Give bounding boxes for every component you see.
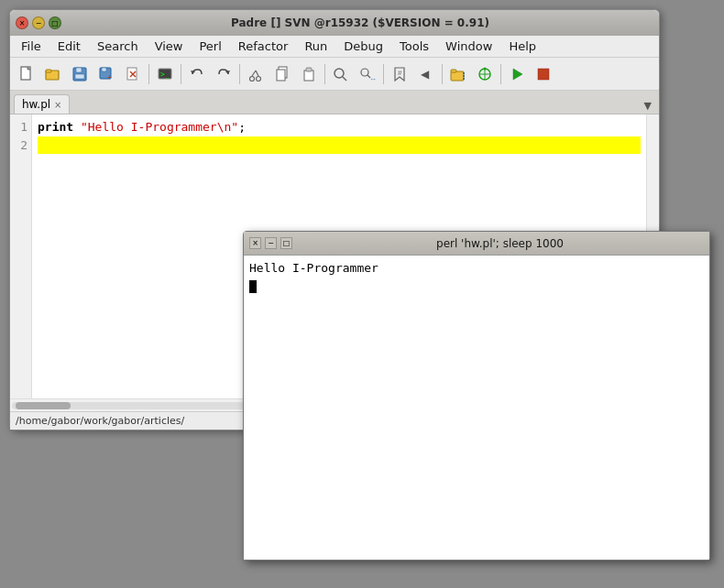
save-as-button[interactable]: +: [93, 61, 119, 87]
separator-4: [324, 64, 325, 84]
redo-button[interactable]: [211, 61, 236, 87]
terminal-line-1: Hello I-Programmer: [249, 259, 704, 278]
menu-search[interactable]: Search: [90, 38, 146, 55]
svg-rect-5: [76, 68, 82, 72]
file-path: /home/gabor/work/gabor/articles/: [16, 415, 184, 427]
terminal-cursor: [249, 280, 257, 293]
run-button[interactable]: [504, 61, 530, 87]
separator-3: [239, 64, 240, 84]
svg-rect-34: [451, 70, 456, 72]
terminal-minimize-button[interactable]: −: [265, 237, 277, 249]
save-button[interactable]: [67, 61, 93, 87]
string-literal: "Hello I-Programmer\n": [81, 120, 238, 134]
find-replace-button[interactable]: ↔: [355, 61, 380, 87]
tab-dropdown[interactable]: ▼: [641, 98, 655, 114]
line-numbers: 1 2: [10, 114, 32, 398]
svg-rect-23: [304, 71, 313, 81]
maximize-button[interactable]: □: [49, 16, 61, 29]
svg-text:>_: >_: [160, 71, 170, 79]
window-controls: × − □: [16, 16, 61, 29]
svg-point-41: [484, 67, 487, 70]
menu-edit[interactable]: Edit: [50, 38, 88, 55]
paste-button[interactable]: [296, 61, 322, 87]
line-number-1: 1: [14, 118, 27, 136]
separator-1: [148, 64, 149, 84]
menu-debug[interactable]: Debug: [336, 38, 390, 55]
open-file-button[interactable]: [40, 61, 66, 87]
svg-point-17: [250, 76, 255, 81]
svg-text:◀: ◀: [421, 68, 430, 81]
menu-perl[interactable]: Perl: [192, 38, 228, 55]
separator-7: [500, 64, 501, 84]
cut-button[interactable]: [243, 61, 269, 87]
terminal-window: × − □ perl 'hw.pl'; sleep 1000 Hello I-P…: [243, 231, 710, 561]
terminal-maximize-button[interactable]: □: [280, 237, 292, 249]
svg-rect-24: [306, 68, 312, 71]
terminal-button[interactable]: >_: [152, 61, 178, 87]
open-dir-button[interactable]: [445, 61, 471, 87]
menu-bar: File Edit Search View Perl Refactor Run …: [10, 36, 659, 58]
separator-2: [181, 64, 181, 84]
terminal-content: Hello I-Programmer: [244, 256, 709, 560]
svg-rect-8: [102, 68, 106, 71]
svg-rect-3: [46, 70, 51, 72]
svg-line-19: [252, 71, 256, 76]
tab-close-icon[interactable]: ×: [54, 100, 61, 110]
menu-tools[interactable]: Tools: [392, 38, 436, 55]
svg-text:+: +: [107, 73, 112, 82]
svg-text:#: #: [398, 69, 402, 77]
keyword-print: print: [38, 120, 73, 134]
tab-bar: hw.pl × ▼: [10, 91, 659, 114]
stop-button[interactable]: [531, 61, 556, 87]
tab-hw-pl[interactable]: hw.pl ×: [14, 94, 70, 114]
terminal-title: perl 'hw.pl'; sleep 1000: [296, 237, 704, 250]
svg-line-26: [343, 77, 346, 81]
code-line-1: print "Hello I-Programmer\n";: [38, 118, 641, 136]
code-line-2: [38, 136, 641, 155]
svg-point-18: [257, 76, 261, 81]
close-button[interactable]: ×: [16, 16, 28, 29]
separator-6: [442, 64, 443, 84]
svg-rect-22: [277, 70, 285, 81]
separator-5: [383, 64, 384, 84]
bookmark-button[interactable]: #: [387, 61, 412, 87]
svg-text:↔: ↔: [369, 75, 376, 82]
terminal-close-button[interactable]: ×: [249, 237, 261, 249]
terminal-line-2: [249, 278, 704, 296]
window-title: Padre [] SVN @r15932 ($VERSION = 0.91): [67, 16, 653, 29]
line-number-2: 2: [14, 136, 27, 155]
terminal-title-bar: × − □ perl 'hw.pl'; sleep 1000: [244, 232, 709, 256]
toolbar: + >_: [10, 58, 659, 91]
svg-rect-6: [75, 74, 84, 79]
close-file-button[interactable]: [120, 61, 146, 87]
menu-run[interactable]: Run: [297, 38, 335, 55]
menu-window[interactable]: Window: [438, 38, 499, 55]
svg-point-27: [361, 69, 368, 76]
menu-file[interactable]: File: [14, 38, 49, 55]
tab-label: hw.pl: [22, 98, 50, 111]
undo-button[interactable]: [184, 61, 210, 87]
svg-point-25: [335, 69, 344, 78]
minimize-button[interactable]: −: [32, 16, 45, 29]
find-button[interactable]: [328, 61, 354, 87]
new-file-button[interactable]: [14, 61, 39, 87]
prev-bookmark-button[interactable]: ◀: [413, 61, 439, 87]
menu-refactor[interactable]: Refactor: [231, 38, 296, 55]
plugin-button[interactable]: [472, 61, 498, 87]
copy-button[interactable]: [269, 61, 295, 87]
svg-line-20: [256, 71, 258, 76]
title-bar: × − □ Padre [] SVN @r15932 ($VERSION = 0…: [10, 10, 659, 36]
svg-rect-43: [538, 69, 549, 80]
menu-help[interactable]: Help: [501, 38, 543, 55]
scrollbar-thumb[interactable]: [16, 402, 71, 409]
svg-marker-42: [513, 69, 522, 80]
menu-view[interactable]: View: [148, 38, 191, 55]
